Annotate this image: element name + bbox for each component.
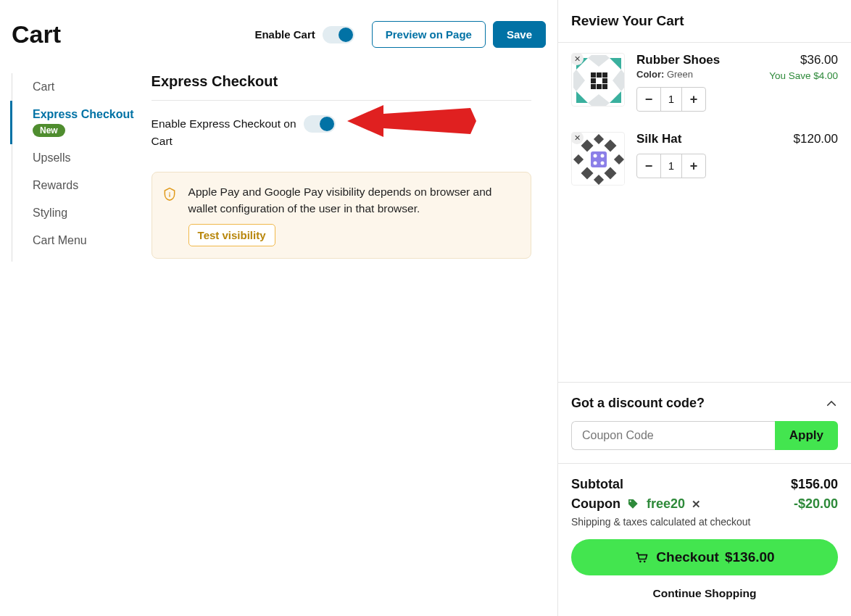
svg-point-30 xyxy=(594,154,597,158)
quantity-decrease-button[interactable]: − xyxy=(637,154,660,178)
sidebar-item-upsells[interactable]: Upsells xyxy=(10,144,134,172)
applied-coupon-code: free20 xyxy=(647,496,685,511)
svg-rect-13 xyxy=(597,72,602,78)
enable-cart-label: Enable Cart xyxy=(254,28,315,41)
sidebar-item-express-checkout[interactable]: Express Checkout New xyxy=(10,101,134,144)
preview-on-page-button[interactable]: Preview on Page xyxy=(372,21,486,48)
svg-point-31 xyxy=(601,154,605,158)
svg-point-32 xyxy=(594,162,597,165)
svg-point-34 xyxy=(630,501,631,502)
cart-icon xyxy=(634,550,649,565)
tag-icon xyxy=(627,498,639,509)
sidebar-item-cart[interactable]: Cart xyxy=(10,73,134,101)
annotation-arrow-icon xyxy=(347,101,478,146)
svg-rect-29 xyxy=(591,151,607,167)
svg-rect-17 xyxy=(591,84,596,89)
item-meta: Color: Green xyxy=(636,69,765,80)
sidebar-item-label: Express Checkout xyxy=(33,108,134,120)
quantity-value: 1 xyxy=(660,154,682,178)
quantity-decrease-button[interactable]: − xyxy=(637,88,660,111)
continue-shopping-link[interactable]: Continue Shopping xyxy=(571,575,838,603)
visibility-callout: Apple Pay and Google Pay visibility depe… xyxy=(151,172,531,259)
quantity-value: 1 xyxy=(660,88,682,111)
subtotal-label: Subtotal xyxy=(571,477,791,492)
svg-rect-19 xyxy=(602,84,607,89)
page-title: Cart xyxy=(12,20,254,49)
quantity-increase-button[interactable]: + xyxy=(682,154,705,178)
toggle-knob-icon xyxy=(339,28,353,42)
quantity-increase-button[interactable]: + xyxy=(682,88,705,111)
cart-item: ✕ xyxy=(571,43,838,122)
test-visibility-button[interactable]: Test visibility xyxy=(188,224,275,246)
coupon-discount-value: -$20.00 xyxy=(794,496,838,512)
item-savings: You Save $4.00 xyxy=(765,70,838,81)
svg-point-35 xyxy=(639,561,642,563)
sidebar-item-rewards[interactable]: Rewards xyxy=(10,172,134,199)
apply-coupon-button[interactable]: Apply xyxy=(775,421,838,450)
svg-point-1 xyxy=(169,192,170,193)
cart-item: ✕ xyxy=(571,122,838,196)
svg-marker-0 xyxy=(347,105,476,137)
svg-rect-2 xyxy=(169,194,170,197)
coupon-code-input[interactable] xyxy=(571,421,775,450)
shield-icon xyxy=(162,187,177,201)
item-name: Rubber Shoes xyxy=(636,53,765,67)
section-title: Express Checkout xyxy=(151,73,531,101)
subtotal-value: $156.00 xyxy=(791,477,838,492)
sidebar-item-styling[interactable]: Styling xyxy=(10,199,134,227)
svg-rect-14 xyxy=(602,72,607,78)
svg-rect-15 xyxy=(591,78,596,83)
chevron-up-icon xyxy=(825,397,838,410)
toggle-knob-icon xyxy=(320,117,334,131)
item-thumbnail: ✕ xyxy=(571,132,625,186)
remove-coupon-button[interactable]: ✕ xyxy=(692,498,701,510)
svg-rect-12 xyxy=(591,72,596,78)
enable-express-checkout-label: Enable Express Checkout on Cart xyxy=(151,115,304,150)
review-cart-title: Review Your Cart xyxy=(558,0,851,43)
enable-cart-toggle[interactable] xyxy=(323,26,354,43)
enable-express-checkout-toggle[interactable] xyxy=(304,115,336,133)
discount-accordion-header[interactable]: Got a discount code? xyxy=(558,383,851,421)
item-name: Silk Hat xyxy=(636,132,765,146)
quantity-control: − 1 + xyxy=(636,154,706,178)
save-button[interactable]: Save xyxy=(493,21,546,48)
svg-rect-16 xyxy=(602,78,607,83)
shipping-note: Shipping & taxes calculated at checkout xyxy=(571,516,838,528)
discount-title: Got a discount code? xyxy=(571,396,825,411)
svg-rect-18 xyxy=(597,84,602,89)
coupon-row-label: Coupon free20 ✕ xyxy=(571,496,794,512)
callout-message: Apple Pay and Google Pay visibility depe… xyxy=(188,184,519,217)
svg-point-36 xyxy=(644,561,646,563)
item-price: $120.00 xyxy=(765,132,838,146)
new-badge: New xyxy=(33,124,65,137)
sidebar-item-cart-menu[interactable]: Cart Menu xyxy=(10,227,134,254)
checkout-total: $136.00 xyxy=(725,549,775,565)
checkout-button[interactable]: Checkout $136.00 xyxy=(571,539,838,575)
item-thumbnail: ✕ xyxy=(571,53,625,107)
checkout-label: Checkout xyxy=(656,549,719,565)
quantity-control: − 1 + xyxy=(636,87,706,112)
item-price: $36.00 xyxy=(765,53,838,67)
svg-point-33 xyxy=(601,162,605,165)
